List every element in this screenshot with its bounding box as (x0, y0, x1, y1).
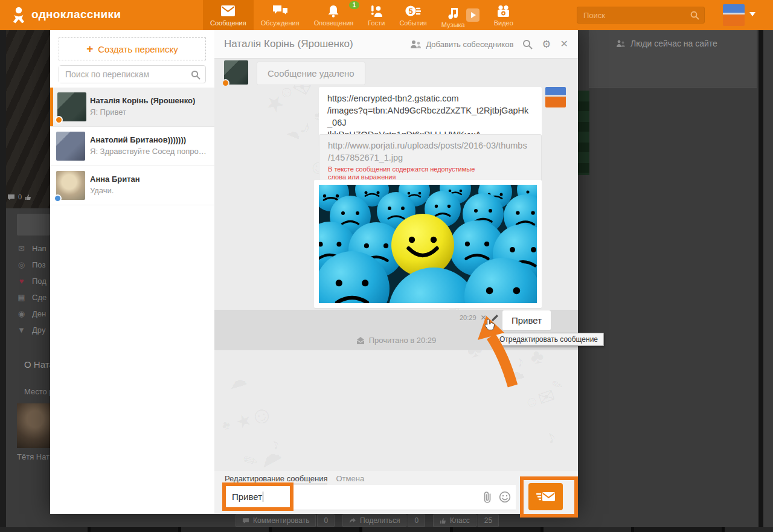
avatar (57, 92, 86, 121)
messenger-modal: + Создать переписку Наталія Корінь (Ярош… (50, 30, 578, 514)
phone-icon: ◎ (17, 260, 26, 269)
background-place-label: Место р (24, 387, 54, 396)
music-icon (447, 5, 458, 21)
emoji-icon[interactable] (499, 491, 511, 503)
chat-body: ✉☺★♣♪☁✎✉☺★♣♪☁✎✉☺★♣♪☁✎✉☺★♣♪☁✎✉☺★♣♪☁✎✉☺★♣♪… (214, 59, 578, 471)
video-icon (496, 3, 511, 19)
thumb-up-icon (440, 518, 446, 524)
page: 0 ✉Нап ◎Поз ♥Под ▦Сде ◉Ден ▼Дру О Ната М… (0, 0, 773, 532)
nav-label: Гости (368, 19, 385, 27)
conversation-item[interactable]: Анна Британ Удачи. (50, 166, 214, 205)
close-icon[interactable]: ✕ (560, 39, 568, 49)
composer-icons (482, 491, 511, 503)
comment-bubble-icon (242, 518, 249, 524)
nav-label: События (399, 19, 426, 27)
background-menu-item: ▼Дру (17, 322, 50, 338)
people-icon (616, 40, 626, 48)
conversation-search-input[interactable] (59, 66, 180, 83)
nav-label: Музыка (441, 21, 465, 28)
create-conversation-button[interactable]: + Создать переписку (59, 37, 206, 60)
background-relative-label: Тётя Нат (17, 452, 50, 461)
conversations-sidebar: + Создать переписку Наталія Корінь (Ярош… (50, 30, 214, 514)
hand-cursor-icon (484, 318, 495, 331)
chevron-down-icon: ▼ (17, 325, 26, 335)
background-photo-comment-count: 0 (18, 193, 22, 200)
add-participants-button[interactable]: Добавить собеседников (410, 40, 513, 49)
composer: Редактирование сообщения Отмена Привет (214, 471, 578, 514)
nav-music[interactable]: Музыка (434, 0, 487, 30)
nav-discussions[interactable]: Обсуждения (254, 0, 307, 30)
nav-label: Оповещения (314, 19, 354, 27)
blocked-error: В тексте сообщения содержатся недопустим… (328, 165, 533, 181)
online-dot (54, 194, 62, 202)
logo-text: одноклассники (31, 8, 121, 21)
conversation-item[interactable]: Наталія Корінь (Ярошенко) Я: Привет (50, 88, 214, 127)
thumb-up-icon (25, 194, 31, 200)
background-left-edge (0, 30, 6, 532)
svg-text:5: 5 (408, 7, 412, 16)
url-line: /images?q=tbn:ANd9GcRbczdZxZTK_t2RjtbjGa… (327, 104, 533, 129)
annotation-arrow (473, 315, 528, 390)
composer-mode-label: Редактирование сообщения (225, 474, 327, 484)
guests-icon (370, 3, 383, 19)
comment-action: Комментировать 0 (236, 514, 335, 527)
plus-icon: + (86, 42, 93, 56)
conversation-list: Наталія Корінь (Ярошенко) Я: Привет Анат… (50, 88, 214, 205)
background-profile-photo (0, 30, 50, 208)
attach-icon[interactable] (482, 491, 493, 503)
nav-messages[interactable]: Сообщения (203, 0, 254, 30)
deleted-message-row: Сообщение удалено (214, 59, 578, 89)
avatar (56, 171, 85, 200)
avatar (224, 60, 248, 85)
send-button[interactable] (528, 483, 563, 510)
background-photo-strip (0, 527, 773, 532)
url-line: /1457852671_1.jpg (328, 152, 533, 164)
message-bubble-image[interactable] (314, 180, 542, 308)
message-bubble-blocked[interactable]: http://www.porjati.ru/uploads/posts/2016… (319, 134, 542, 185)
share-action: Поделиться 0 (342, 514, 425, 527)
chat-header: Наталія Корінь (Ярошенко) Добавить собес… (214, 30, 578, 59)
gear-icon[interactable]: ⚙ (542, 39, 551, 50)
chat-pane: Наталія Корінь (Ярошенко) Добавить собес… (214, 30, 578, 514)
global-search-input[interactable] (577, 7, 684, 23)
chat-search-icon[interactable] (522, 39, 533, 50)
ok-logo-icon (11, 5, 27, 24)
nav-label: Видео (494, 19, 513, 27)
site-logo[interactable]: одноклассники (11, 5, 121, 24)
background-menu-item: ◎Поз (17, 257, 50, 273)
envelope-icon: ✉ (17, 244, 26, 253)
music-play-icon[interactable] (466, 8, 480, 22)
deleted-message-bubble: Сообщение удалено (257, 62, 365, 85)
top-navigation-bar: одноклассники Сообщения Обсуждения 1 (0, 0, 773, 30)
gift-icon: ♥ (17, 277, 26, 286)
nav-video[interactable]: Видео (487, 0, 521, 30)
comment-bubble-icon (7, 194, 15, 200)
background-menu-item: ♥Под (17, 273, 50, 289)
own-avatar (545, 87, 566, 107)
text-caret (263, 492, 263, 502)
nav-events[interactable]: 5 События (392, 0, 434, 30)
nav-label: Сообщения (210, 19, 246, 27)
conversation-item[interactable]: Анатолий Британов))))))) Я: Здравствуйте… (50, 127, 214, 166)
user-avatar[interactable] (723, 4, 745, 26)
money-icon: ◉ (17, 309, 26, 318)
url-line: https://encrypted-tbn2.gstatic.com (327, 92, 533, 104)
send-envelope-icon (536, 490, 556, 504)
url-line: http://www.porjati.ru/uploads/posts/2016… (328, 139, 533, 152)
background-online-header: Люди сейчас на сайте (616, 39, 717, 48)
online-dot (55, 116, 63, 124)
conversation-search (59, 65, 206, 83)
share-arrow-icon (349, 518, 356, 524)
message-input[interactable]: Привет (232, 492, 263, 502)
cancel-edit-link[interactable]: Отмена (336, 474, 364, 483)
avatar (56, 132, 85, 161)
search-icon (191, 70, 200, 82)
background-post-actions: Комментировать 0 Поделиться 0 Класс 25 (236, 514, 499, 527)
search-icon[interactable] (690, 11, 699, 22)
nav-notifications[interactable]: 1 Оповещения (307, 0, 361, 30)
global-search (577, 7, 705, 24)
read-envelope-icon (356, 337, 365, 344)
user-menu-caret-icon[interactable] (749, 12, 755, 16)
nav-guests[interactable]: Гости (361, 0, 392, 30)
main-nav: Сообщения Обсуждения 1 Оповещения Гости (203, 0, 521, 30)
